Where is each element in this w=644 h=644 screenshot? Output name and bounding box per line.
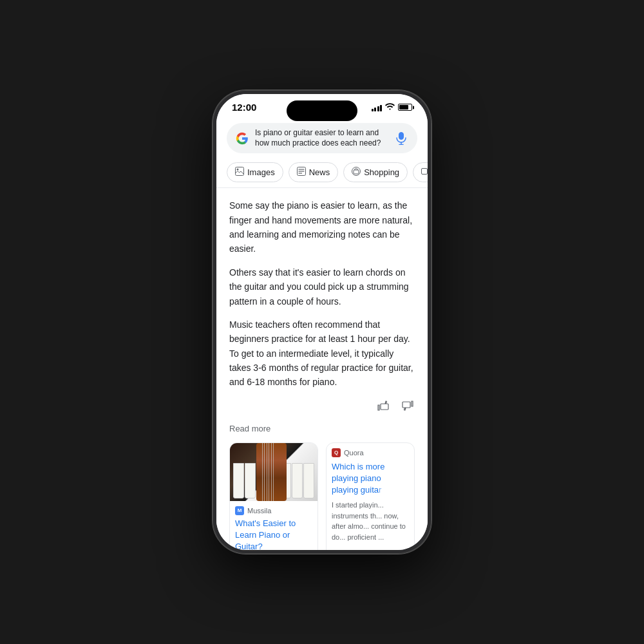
mussila-favicon: M <box>235 506 244 515</box>
quora-source-name: Quora <box>344 449 364 457</box>
images-tab-icon <box>235 167 244 178</box>
quora-favicon: Q <box>332 448 341 457</box>
quora-card-title[interactable]: Which is moreplaying pianoplaying guitar <box>332 461 409 497</box>
google-logo <box>236 132 249 145</box>
mussila-source: M Mussila <box>230 501 317 518</box>
search-bar[interactable]: Is piano or guitar easier to learn and h… <box>227 123 417 153</box>
status-icons <box>372 102 413 112</box>
quora-source: Q Quora <box>332 448 409 461</box>
news-tab-icon <box>297 167 306 178</box>
mussila-card-title[interactable]: What's Easier to Learn Piano or Guitar? <box>230 518 317 550</box>
shopping-tab-label: Shopping <box>364 167 399 177</box>
answer-paragraph-3: Music teachers often recommend that begi… <box>229 317 415 390</box>
wifi-icon <box>385 102 395 112</box>
signal-icon <box>372 104 383 111</box>
quora-card-body: Q Quora Which is moreplaying pianoplayin… <box>327 443 414 548</box>
videos-tab-icon <box>421 167 428 178</box>
read-more-link[interactable]: Read more <box>229 424 415 433</box>
status-time: 12:00 <box>232 102 256 113</box>
mussila-card-image <box>230 443 317 501</box>
answer-paragraph-1: Some say the piano is easier to learn, a… <box>229 198 415 256</box>
content-area[interactable]: Is piano or guitar easier to learn and h… <box>216 117 428 550</box>
filter-tab-videos[interactable]: Vide... <box>413 162 428 182</box>
phone-frame: 12:00 <box>213 90 431 554</box>
filter-tab-news[interactable]: News <box>289 162 339 182</box>
news-tab-label: News <box>309 167 330 177</box>
svg-rect-3 <box>236 167 244 176</box>
shopping-tab-icon <box>352 167 361 178</box>
filter-tabs: Images News <box>216 158 428 188</box>
svg-rect-11 <box>422 169 428 175</box>
answer-paragraph-2: Others say that it's easier to learn cho… <box>229 265 415 308</box>
svg-point-4 <box>237 169 239 171</box>
filter-tab-images[interactable]: Images <box>227 162 283 182</box>
search-query-text: Is piano or guitar easier to learn and h… <box>255 128 388 148</box>
images-tab-label: Images <box>247 167 275 177</box>
mic-icon[interactable] <box>394 131 408 146</box>
guitar-strings <box>261 443 283 501</box>
mussila-source-name: Mussila <box>247 507 271 515</box>
phone-screen: 12:00 <box>216 94 428 550</box>
quora-card[interactable]: Q Quora Which is moreplaying pianoplayin… <box>326 442 415 550</box>
scroll-content[interactable]: Some say the piano is easier to learn, a… <box>216 188 428 550</box>
battery-icon <box>398 104 412 111</box>
dynamic-island <box>287 100 357 121</box>
svg-rect-0 <box>399 132 404 139</box>
svg-point-9 <box>352 167 361 176</box>
quora-card-snippet: I started playin... instruments th... no… <box>332 500 409 542</box>
feedback-row <box>229 399 415 416</box>
thumbs-down-button[interactable] <box>401 399 415 416</box>
search-bar-container: Is piano or guitar easier to learn and h… <box>216 117 428 158</box>
cards-row: M Mussila What's Easier to Learn Piano o… <box>229 442 415 550</box>
thumbs-up-button[interactable] <box>376 399 390 416</box>
svg-rect-10 <box>354 170 359 174</box>
filter-tab-shopping[interactable]: Shopping <box>343 162 408 182</box>
mussila-card[interactable]: M Mussila What's Easier to Learn Piano o… <box>229 442 318 550</box>
